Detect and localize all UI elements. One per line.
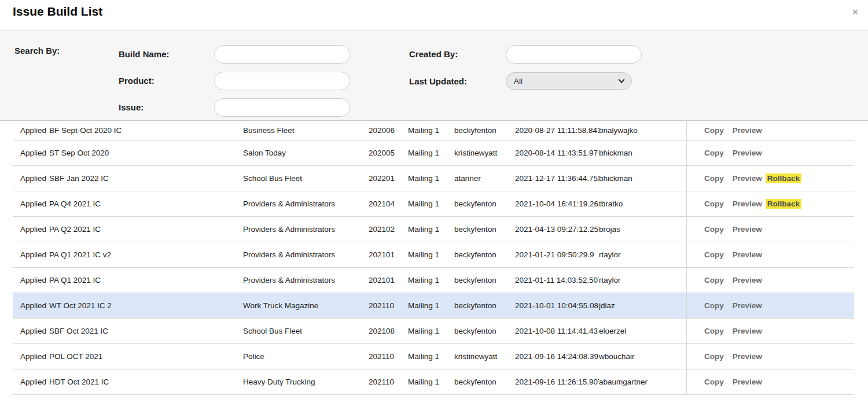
status-cell: Applied: [13, 149, 49, 157]
copy-link[interactable]: Copy: [704, 199, 724, 208]
created-by-cell: beckyfenton: [454, 378, 515, 386]
last-updated-select[interactable]: All: [506, 72, 632, 90]
updated-at-cell: 2021-09-16 11:26:15.907: [515, 378, 599, 386]
copy-link[interactable]: Copy: [704, 301, 724, 310]
copy-link[interactable]: Copy: [704, 149, 724, 157]
copy-link[interactable]: Copy: [704, 327, 724, 335]
mailing-cell: Mailing 1: [408, 126, 454, 135]
table-row[interactable]: Applied BF Sept-Oct 2020 IC Business Fle…: [13, 121, 854, 141]
preview-link[interactable]: Preview: [733, 276, 762, 284]
table-row[interactable]: Applied WT Oct 2021 IC 2 Work Truck Maga…: [13, 293, 854, 319]
actions-cell: Copy Preview: [686, 344, 854, 369]
actions-cell: Copy Preview: [686, 369, 854, 394]
search-panel: Search By: Build Name: Product: Issue: C…: [0, 31, 868, 121]
updated-at-cell: 2020-08-27 11:11:58.843: [515, 126, 599, 135]
table-row[interactable]: Applied SBF Jan 2022 IC School Bus Fleet…: [13, 166, 854, 191]
updated-at-cell: 2021-09-16 14:24:08.397: [515, 352, 599, 361]
created-by-cell: beckyfenton: [454, 276, 515, 284]
updated-by-cell: tbratko: [599, 199, 686, 208]
updated-by-cell: eloerzel: [599, 327, 686, 335]
table-row[interactable]: Applied HDT Oct 2021 IC Heavy Duty Truck…: [13, 369, 854, 395]
updated-by-cell: abaumgartner: [599, 378, 686, 386]
copy-link[interactable]: Copy: [704, 276, 724, 284]
preview-link[interactable]: Preview: [733, 327, 762, 335]
updated-at-cell: 2021-12-17 11:36:44.753: [515, 174, 599, 183]
preview-link[interactable]: Preview: [733, 174, 762, 183]
build-name-cell: ST Sep Oct 2020: [49, 149, 243, 157]
actions-cell: Copy Preview Rollback: [686, 166, 854, 191]
product-cell: Police: [243, 352, 369, 361]
mailing-cell: Mailing 1: [408, 225, 454, 234]
preview-link[interactable]: Preview: [733, 225, 762, 234]
created-by-cell: kristinewyatt: [454, 352, 515, 361]
issue-cell: 202110: [369, 378, 408, 386]
created-by-cell: beckyfenton: [454, 250, 515, 259]
copy-link[interactable]: Copy: [704, 250, 724, 259]
updated-at-cell: 2021-04-13 09:27:12.253: [515, 225, 599, 234]
issue-input[interactable]: [214, 98, 350, 117]
status-cell: Applied: [13, 225, 49, 234]
actions-cell: Copy Preview: [686, 217, 854, 242]
mailing-cell: Mailing 1: [408, 250, 454, 259]
product-cell: Business Fleet: [243, 126, 369, 135]
rollback-link[interactable]: Rollback: [766, 199, 801, 209]
updated-at-cell: 2021-10-08 11:14:41.43: [515, 327, 599, 335]
actions-cell: Copy Preview Rollback: [686, 191, 854, 216]
updated-by-cell: wbouchair: [599, 352, 686, 361]
status-cell: Applied: [13, 126, 49, 135]
table-row[interactable]: Applied ST Sep Oct 2020 Salon Today 2020…: [13, 141, 854, 166]
product-cell: School Bus Fleet: [243, 327, 369, 335]
created-by-input[interactable]: [506, 45, 642, 64]
table-row[interactable]: Applied PA Q1 2021 IC Providers & Admini…: [13, 268, 854, 293]
page-title: Issue Build List: [13, 5, 102, 19]
product-cell: Salon Today: [243, 149, 369, 157]
copy-link[interactable]: Copy: [704, 174, 724, 183]
updated-at-cell: 2020-08-14 11:43:51.97: [515, 149, 599, 157]
build-name-cell: PA Q4 2021 IC: [49, 199, 243, 208]
table-row[interactable]: Applied PA Q4 2021 IC Providers & Admini…: [13, 191, 854, 217]
table-row[interactable]: Applied PA Q2 2021 IC Providers & Admini…: [13, 217, 854, 242]
build-name-cell: PA Q2 2021 IC: [49, 225, 243, 234]
preview-link[interactable]: Preview: [733, 149, 762, 157]
copy-link[interactable]: Copy: [704, 378, 724, 386]
preview-link[interactable]: Preview: [733, 352, 762, 361]
search-by-label: Search By:: [14, 46, 60, 56]
status-cell: Applied: [13, 352, 49, 361]
copy-link[interactable]: Copy: [704, 352, 724, 361]
preview-link[interactable]: Preview: [733, 199, 762, 208]
actions-cell: Copy Preview: [686, 319, 854, 343]
mailing-cell: Mailing 1: [408, 378, 454, 386]
product-input[interactable]: [214, 72, 350, 90]
copy-link[interactable]: Copy: [704, 126, 724, 135]
issue-cell: 202101: [369, 276, 408, 284]
last-updated-select-wrap: All: [506, 72, 632, 90]
preview-link[interactable]: Preview: [733, 378, 762, 386]
updated-by-cell: rtaylor: [599, 276, 686, 284]
preview-link[interactable]: Preview: [733, 126, 762, 135]
status-cell: Applied: [13, 276, 49, 284]
modal-header: Issue Build List ×: [0, 0, 868, 31]
build-name-cell: HDT Oct 2021 IC: [49, 378, 243, 386]
issue-cell: 202006: [369, 126, 408, 135]
actions-cell: Copy Preview: [686, 242, 854, 267]
preview-link[interactable]: Preview: [733, 301, 762, 310]
product-cell: Providers & Administrators: [243, 225, 369, 234]
build-name-cell: WT Oct 2021 IC 2: [49, 301, 243, 310]
issue-cell: 202104: [369, 199, 408, 208]
table-row[interactable]: Applied POL OCT 2021 Police 202110 Maili…: [13, 344, 854, 369]
mailing-cell: Mailing 1: [408, 352, 454, 361]
product-cell: School Bus Fleet: [243, 174, 369, 183]
status-cell: Applied: [13, 301, 49, 310]
rollback-link[interactable]: Rollback: [766, 173, 801, 183]
table-row[interactable]: Applied SBF Oct 2021 IC School Bus Fleet…: [13, 319, 854, 344]
build-name-cell: POL OCT 2021: [49, 352, 243, 361]
mailing-cell: Mailing 1: [408, 149, 454, 157]
build-name-input[interactable]: [214, 45, 350, 64]
actions-cell: Copy Preview: [686, 121, 854, 140]
close-icon[interactable]: ×: [848, 5, 863, 20]
mailing-cell: Mailing 1: [408, 174, 454, 183]
copy-link[interactable]: Copy: [704, 225, 724, 234]
product-cell: Heavy Duty Trucking: [243, 378, 369, 386]
preview-link[interactable]: Preview: [733, 250, 762, 259]
table-row[interactable]: Applied PA Q1 2021 IC v2 Providers & Adm…: [13, 242, 854, 268]
